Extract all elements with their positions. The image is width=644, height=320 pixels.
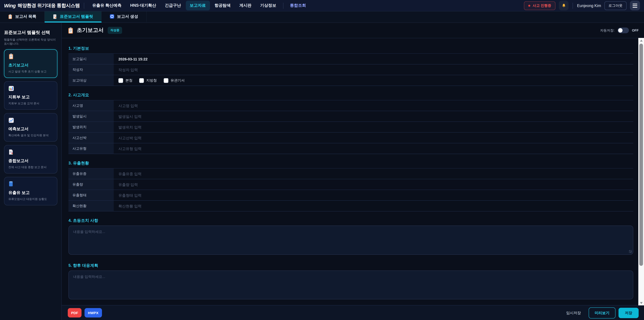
form-row-occurrence-datetime: 발생일시 [68,111,633,122]
field-label: 확산현황 [68,201,114,211]
form-row-report-target: 보고대상 본청 지방청 [68,75,633,86]
tab-standard-template[interactable]: 표준보고서 템플릿 [45,12,102,23]
vertical-scrollbar[interactable] [638,38,644,305]
nav-item-integrated-search[interactable]: 통합조회 [286,1,310,11]
notifications-button[interactable] [559,1,569,11]
section-heading: 1. 기본정보 [68,46,633,51]
oil-drum-icon [8,181,14,187]
scroll-up-arrow[interactable] [638,38,644,43]
incident-name-input[interactable] [118,104,628,108]
section-spill-status: 3. 유출현황 유출유종 유출량 유출형태 [68,160,633,211]
checkbox-icon[interactable] [139,78,144,83]
export-hwpx-button[interactable]: HWPX [84,308,102,317]
occurrence-location-input[interactable] [118,125,628,129]
status-badge: 작성중 [108,27,122,34]
nav-item-oil-spill-prediction[interactable]: 유출유 확산예측 [88,1,126,11]
incident-vessel-input[interactable] [118,136,628,140]
nav-item-weather-info[interactable]: 기상정보 [256,1,280,11]
document-icon [8,149,14,155]
app-logo: Wing 해양환경 위기대응 통합시스템 [4,3,80,9]
template-card-comprehensive-report[interactable]: 종합보고서 전체 사고 대응 종합 보고 문서 [4,145,57,173]
section-future-plan: 5. 향후 대응계획 [68,263,633,299]
scroll-down-arrow[interactable] [638,300,644,305]
clipboard-icon [8,14,12,19]
form-row-incident-name: 사고명 [68,100,633,111]
hamburger-menu-button[interactable] [630,1,640,11]
form-row-occurrence-location: 발생위치 [68,122,633,133]
memo-icon [53,14,57,19]
initial-actions-textarea[interactable] [68,225,633,255]
nav-item-report-data[interactable]: 보고자료 [186,1,210,11]
checkbox-related-agency[interactable]: 유관기서 [164,78,185,83]
nav-item-hns-air-diffusion[interactable]: HNS·대기확산 [126,1,160,11]
field-label: 발생일시 [68,111,114,122]
save-button[interactable]: 저장 [618,307,639,318]
page-title: 초기보고서 [77,27,104,34]
form-footer: PDF HWPX 임시저장 미리보기 저장 [62,305,644,320]
nav-item-board[interactable]: 게시판 [235,1,256,11]
template-card-title: 유출유 보고 [8,190,53,195]
tab-label: 보고서 생성 [117,14,138,19]
field-label: 보고대상 [68,75,114,86]
template-card-desc: 확산예측 결과 및 민감자원 분석 [8,133,53,137]
autosave-label: 자동저장: [600,28,614,33]
temp-save-button[interactable]: 임시저장 [564,310,583,316]
resize-grip-icon[interactable] [629,250,632,253]
field-label: 유출량 [68,179,114,190]
nav-item-emergency-rescue[interactable]: 긴급구난 [161,1,185,11]
form-table: 사고명 발생일시 발생위치 사고선박 [68,100,633,154]
report-target-checkbox-group: 본청 지방청 유관기서 [118,78,185,83]
checkbox-headquarters[interactable]: 본청 [118,78,132,83]
scrollbar-thumb[interactable] [639,44,643,266]
section-initial-actions: 4. 초동조치 사항 [68,218,633,255]
report-header: 초기보고서 작성중 자동저장: OFF [62,23,644,38]
divider [283,3,283,9]
checkbox-label: 지방청 [146,78,157,83]
tab-report-generate[interactable]: 보고서 생성 [102,12,146,23]
clipboard-icon [8,53,14,59]
form-row-report-datetime: 보고일시 [68,54,633,65]
template-card-command-report[interactable]: 지휘부 보고 지휘부 보고용 요약 문서 [4,81,57,110]
checkbox-label: 유관기서 [170,78,185,83]
template-card-initial-report[interactable]: 초기보고서 사고 발생 직후 초기 상황 보고 [4,49,57,78]
template-card-oil-spill-report[interactable]: 유출유 보고 유류오염사고 대응지원 상황도 [4,177,57,205]
field-label: 유출형태 [68,190,114,200]
spill-amount-input[interactable] [118,182,628,186]
future-plan-textarea[interactable] [68,270,633,299]
field-label: 발생위치 [68,122,114,132]
toggle-knob [618,28,622,33]
section-heading: 2. 사고개요 [68,92,633,98]
occurrence-datetime-input[interactable] [118,114,628,118]
template-card-forecast-report[interactable]: 예측보고서 확산예측 결과 및 민감자원 분석 [4,113,57,141]
form-table: 보고일시 작성자 보고대상 [68,53,633,86]
diffusion-status-input[interactable] [118,204,628,208]
form-row-incident-type: 사고유형 [68,143,633,154]
spill-form-input[interactable] [118,193,628,197]
oil-type-input[interactable] [118,172,628,176]
sidebar-subtitle: 템플릿을 선택하면 오른쪽에 작성 양식이 표시됩니다. [4,38,57,46]
field-label: 사고선박 [68,133,114,143]
status-dot-icon [528,5,530,7]
template-sidebar: 표준보고서 템플릿 선택 템플릿을 선택하면 오른쪽에 작성 양식이 표시됩니다… [0,23,62,320]
clipboard-icon [68,27,74,34]
report-datetime-input[interactable] [118,57,628,61]
field-label: 유출유종 [68,168,114,179]
template-card-title: 종합보고서 [8,158,53,164]
preview-button[interactable]: 미리보기 [589,307,616,318]
export-pdf-button[interactable]: PDF [68,308,82,317]
tab-label: 표준보고서 템플릿 [60,14,93,19]
template-card-desc: 유류오염사고 대응지원 상황도 [8,197,53,201]
sidebar-title: 표준보고서 템플릿 선택 [4,30,57,36]
form-table: 유출유종 유출량 유출형태 확산현황 [68,168,633,211]
autosave-toggle[interactable] [618,28,629,33]
author-input[interactable] [118,68,628,72]
nav-item-aerial-search[interactable]: 항공탐색 [210,1,234,11]
incident-type-input[interactable] [118,147,628,151]
checkbox-icon[interactable] [118,78,123,83]
checkbox-icon[interactable] [164,78,168,83]
logout-button[interactable]: 로그아웃 [604,1,626,10]
tab-report-list[interactable]: 보고서 목록 [0,12,45,23]
template-card-title: 초기보고서 [8,62,53,68]
field-label: 사고유형 [68,143,114,154]
checkbox-regional-office[interactable]: 지방청 [139,78,157,83]
